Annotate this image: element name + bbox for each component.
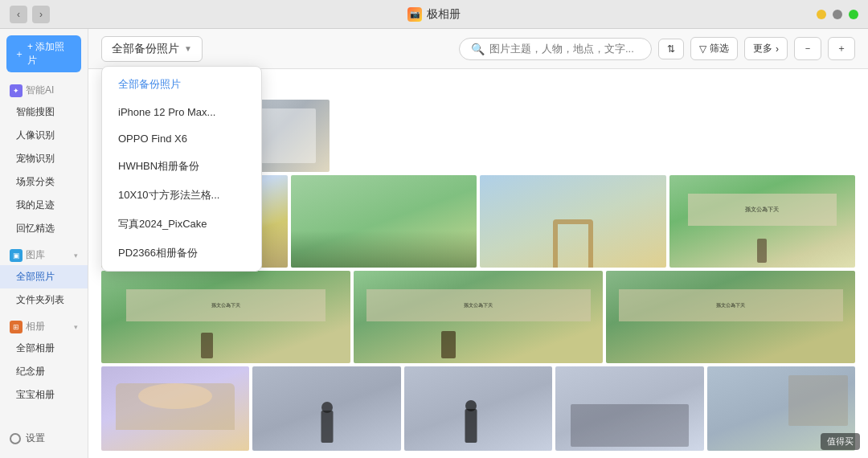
settings-item[interactable]: 设置: [0, 425, 88, 452]
watermark-badge: 值得买: [821, 433, 860, 450]
photo-item[interactable]: [252, 366, 400, 451]
zoom-in-icon: ＋: [837, 42, 846, 55]
dropdown-item-pd2366[interactable]: PD2366相册备份: [102, 239, 261, 268]
sidebar-item-pet-id[interactable]: 宠物识别: [0, 147, 88, 170]
chevron-icon: ▾: [74, 251, 78, 260]
album-icon: ⊞: [10, 321, 23, 333]
search-input[interactable]: [489, 43, 634, 55]
search-icon: 🔍: [471, 43, 485, 55]
titlebar: ‹ › 📷 极相册: [0, 0, 868, 29]
titlebar-nav: ‹ ›: [10, 6, 50, 23]
sidebar-item-footprint[interactable]: 我的足迹: [0, 194, 88, 217]
window-controls: [817, 10, 858, 19]
album-selector-button[interactable]: 全部备份照片 ▼: [101, 36, 203, 62]
library-icon: ▣: [10, 249, 23, 262]
add-photos-button[interactable]: ＋ + 添加照片: [6, 35, 81, 72]
sort-icon: ⇅: [667, 43, 675, 55]
album-chevron-icon: ▾: [74, 323, 78, 331]
photo-item[interactable]: 孫文公為下天: [354, 271, 603, 363]
toolbar: 全部备份照片 ▼ 全部备份照片 iPhone 12 Pro Max... OPP…: [88, 29, 868, 69]
sidebar-item-folders[interactable]: 文件夹列表: [0, 288, 88, 312]
content-area: 全部备份照片 ▼ 全部备份照片 iPhone 12 Pro Max... OPP…: [88, 29, 868, 458]
dropdown-item-10x10[interactable]: 10X10寸方形法兰格...: [102, 181, 261, 210]
dropdown-chevron-icon: ▼: [184, 44, 192, 53]
photo-item[interactable]: 孫文公為下天: [669, 175, 856, 268]
sidebar-item-memorial[interactable]: 纪念册: [0, 360, 88, 383]
dropdown-item-iphone[interactable]: iPhone 12 Pro Max...: [102, 99, 261, 125]
photo-item[interactable]: 孫文公為下天: [606, 271, 855, 363]
sidebar-section-ai: ✦ 智能AI 智能搜图 人像识别 宠物识别 场景分类 我的足迹 回忆精选: [0, 79, 88, 240]
sidebar: ＋ + 添加照片 ✦ 智能AI 智能搜图 人像识别 宠物识别 场景分类 我的足迹…: [0, 29, 88, 458]
main-layout: ＋ + 添加照片 ✦ 智能AI 智能搜图 人像识别 宠物识别 场景分类 我的足迹…: [0, 29, 868, 458]
sort-button[interactable]: ⇅: [658, 39, 684, 59]
photo-item[interactable]: [480, 175, 666, 268]
toolbar-right: 🔍 ⇅ ▽ ▽ 筛选 筛选 更多 › －: [459, 37, 855, 60]
plus-icon: ＋: [14, 47, 24, 61]
ai-icon: ✦: [10, 84, 23, 97]
sidebar-item-scene[interactable]: 场景分类: [0, 170, 88, 194]
sidebar-item-all-photos[interactable]: 全部照片: [0, 265, 88, 288]
forward-button[interactable]: ›: [32, 6, 50, 23]
dropdown-item-oppo[interactable]: OPPO Find X6: [102, 125, 261, 152]
app-icon: 📷: [407, 7, 422, 22]
album-section-header[interactable]: ⊞ 相册 ▾: [0, 315, 88, 337]
search-bar[interactable]: 🔍: [459, 38, 652, 60]
sidebar-item-memories[interactable]: 回忆精选: [0, 217, 88, 240]
close-button[interactable]: [849, 10, 858, 19]
more-chevron-icon: ›: [776, 43, 779, 55]
minimize-button[interactable]: [817, 10, 826, 19]
photo-item[interactable]: [555, 366, 703, 451]
back-button[interactable]: ‹: [10, 6, 27, 23]
ai-section-header[interactable]: ✦ 智能AI: [0, 79, 88, 100]
photo-item[interactable]: 孫文公為下天: [101, 271, 350, 363]
sidebar-item-all-albums[interactable]: 全部相册: [0, 337, 88, 360]
zoom-in-button[interactable]: ＋: [828, 37, 855, 60]
sidebar-section-album: ⊞ 相册 ▾ 全部相册 纪念册 宝宝相册: [0, 315, 88, 407]
gear-icon: [10, 433, 21, 444]
maximize-button[interactable]: [833, 10, 842, 19]
app-title: 📷 极相册: [407, 7, 461, 22]
filter-button[interactable]: ▽ ▽ 筛选 筛选: [690, 37, 738, 60]
sidebar-section-library: ▣ 图库 ▾ 全部照片 文件夹列表: [0, 243, 88, 312]
photo-item[interactable]: [404, 366, 552, 451]
dropdown-item-hwhbn[interactable]: HWHBN相册备份: [102, 152, 261, 181]
sidebar-item-face-id[interactable]: 人像识别: [0, 124, 88, 147]
photo-item[interactable]: [291, 175, 477, 268]
dropdown-item-pixcake[interactable]: 写真2024_PixCake: [102, 210, 261, 239]
filter-icon: ▽: [699, 43, 706, 55]
album-dropdown-menu: 全部备份照片 iPhone 12 Pro Max... OPPO Find X6…: [101, 66, 262, 272]
dropdown-item-all[interactable]: 全部备份照片: [102, 70, 261, 99]
library-section-header[interactable]: ▣ 图库 ▾: [0, 243, 88, 265]
zoom-out-icon: －: [803, 42, 813, 55]
photo-item[interactable]: [101, 366, 249, 451]
zoom-out-button[interactable]: －: [794, 37, 821, 60]
sidebar-item-smart-search[interactable]: 智能搜图: [0, 100, 88, 124]
more-button[interactable]: 更多 ›: [744, 37, 788, 60]
sidebar-item-baby[interactable]: 宝宝相册: [0, 383, 88, 407]
